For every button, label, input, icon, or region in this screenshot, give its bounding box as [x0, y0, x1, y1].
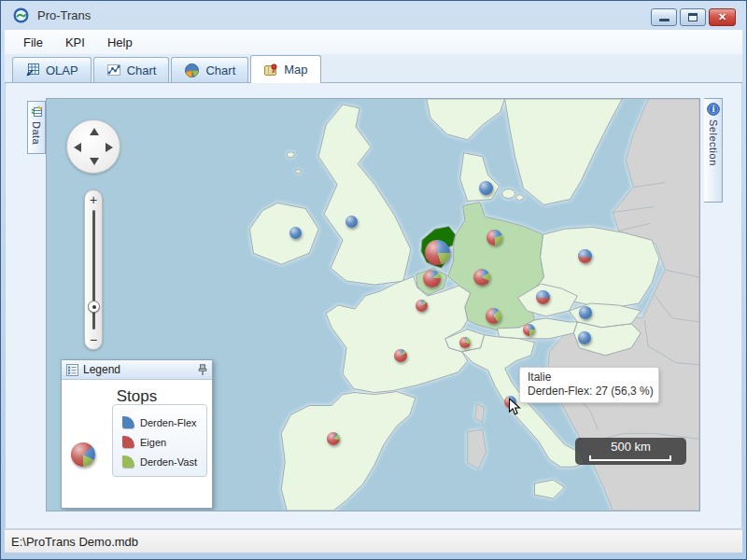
map-pie-marker-uk[interactable]	[345, 216, 358, 228]
legend-heading: Stops	[62, 387, 212, 406]
map-icon	[263, 63, 278, 77]
maximize-button[interactable]	[680, 8, 706, 26]
map-zoom-slider[interactable]: + −	[84, 189, 103, 350]
mouse-cursor	[508, 398, 521, 416]
legend-title-bar[interactable]: Legend	[62, 360, 212, 380]
tab-chart-pie-label: Chart	[205, 63, 235, 77]
zoom-slider-thumb[interactable]	[88, 301, 100, 313]
tab-map[interactable]: Map	[250, 55, 320, 83]
zoom-out-icon[interactable]: −	[85, 333, 102, 346]
data-table-icon	[31, 105, 43, 118]
app-logo-icon	[13, 7, 29, 23]
tab-map-label: Map	[284, 63, 307, 77]
map-pie-marker-n-france[interactable]	[416, 300, 428, 312]
map-pie-marker-c-germany[interactable]	[473, 269, 490, 286]
window-title: Pro-Trans	[37, 8, 91, 22]
legend-items-box: Derden-Flex Eigen Derden-Vast	[112, 404, 207, 477]
tooltip-title: Italie	[528, 371, 651, 385]
map-pie-marker-belgium[interactable]	[423, 270, 441, 287]
map-pie-marker-austria[interactable]	[523, 324, 535, 336]
sidebar-tab-selection[interactable]: i Selection	[704, 98, 723, 203]
derden-vast-swatch	[122, 455, 134, 468]
tab-olap-label: OLAP	[46, 63, 78, 77]
map-pie-marker-spain[interactable]	[327, 432, 340, 445]
minimize-button[interactable]	[651, 8, 677, 26]
map-tab-page: Data i Selection	[5, 83, 742, 529]
title-bar[interactable]: Pro-Trans ✕	[1, 1, 746, 30]
pan-up-icon[interactable]	[90, 128, 99, 135]
legend-sample-pie	[71, 442, 95, 467]
map-pie-marker-france[interactable]	[394, 349, 407, 362]
status-file-path: E:\ProTrans Demo.mdb	[11, 535, 138, 549]
legend-item-derden-vast: Derden-Vast	[122, 452, 206, 471]
map-pie-marker-hungary[interactable]	[578, 331, 591, 344]
eigen-swatch	[122, 436, 134, 448]
zoom-in-icon[interactable]: +	[85, 193, 102, 206]
map-pan-compass[interactable]	[66, 119, 120, 174]
island-corsica[interactable]	[475, 404, 485, 423]
sidebar-tab-data-label: Data	[31, 121, 42, 145]
map-scale-bar: 500 km	[575, 438, 686, 465]
pan-right-icon[interactable]	[106, 143, 113, 152]
map-pie-marker-ireland[interactable]	[289, 227, 302, 239]
map-pie-marker-czech[interactable]	[536, 290, 550, 304]
close-button[interactable]: ✕	[709, 8, 736, 26]
map-pie-marker-s-germany[interactable]	[486, 308, 501, 324]
map-pie-marker-switzerland[interactable]	[459, 337, 471, 348]
tab-chart-line-label: Chart	[127, 63, 157, 77]
pan-left-icon[interactable]	[74, 143, 81, 152]
close-icon: ✕	[718, 11, 726, 23]
map-pie-marker-slovakia[interactable]	[579, 306, 592, 319]
legend-item-eigen: Eigen	[122, 432, 206, 452]
tab-chart-pie[interactable]: Chart	[171, 57, 248, 82]
pin-icon[interactable]	[198, 364, 207, 376]
status-bar: E:\ProTrans Demo.mdb	[5, 529, 742, 553]
sidebar-tab-data[interactable]: Data	[27, 101, 46, 154]
menu-help[interactable]: Help	[98, 33, 142, 52]
legend-panel[interactable]: Legend Stops Derden-Flex	[61, 359, 213, 509]
scale-bar-line	[589, 455, 671, 461]
menu-kpi[interactable]: KPI	[56, 33, 94, 52]
sidebar-tab-selection-label: Selection	[708, 119, 719, 166]
legend-title: Legend	[83, 363, 193, 376]
line-chart-icon	[106, 63, 121, 77]
map-pie-marker-netherlands[interactable]	[425, 240, 450, 265]
pie-chart-icon	[184, 63, 200, 78]
map-pie-marker-poland[interactable]	[578, 249, 592, 263]
map-tooltip: Italie Derden-Flex: 27 (56,3 %)	[519, 367, 659, 403]
map-canvas[interactable]: + − Italie Derden-Flex: 27 (56,3 %) 500 …	[46, 98, 700, 511]
derden-flex-swatch	[122, 416, 134, 428]
menu-file[interactable]: File	[14, 33, 52, 52]
tooltip-value: Derden-Flex: 27 (56,3 %)	[528, 385, 651, 399]
legend-item-derden-flex: Derden-Flex	[122, 413, 206, 432]
legend-list-icon	[66, 364, 78, 376]
svg-text:i: i	[712, 105, 714, 114]
map-pie-marker-n-germany[interactable]	[486, 230, 502, 245]
pan-down-icon[interactable]	[90, 158, 99, 165]
map-pie-marker-denmark[interactable]	[479, 181, 493, 195]
minimize-icon	[659, 19, 669, 21]
tab-strip: OLAP Chart Chart	[5, 54, 742, 83]
menu-bar: File KPI Help	[5, 30, 742, 54]
olap-grid-icon	[25, 63, 40, 77]
scale-bar-label: 500 km	[575, 440, 686, 454]
info-icon: i	[707, 103, 720, 116]
app-window: Pro-Trans ✕ File KPI Help OLAP	[0, 0, 747, 560]
tab-olap[interactable]: OLAP	[12, 57, 92, 82]
tab-chart-line[interactable]: Chart	[93, 57, 170, 82]
maximize-icon	[688, 13, 698, 21]
